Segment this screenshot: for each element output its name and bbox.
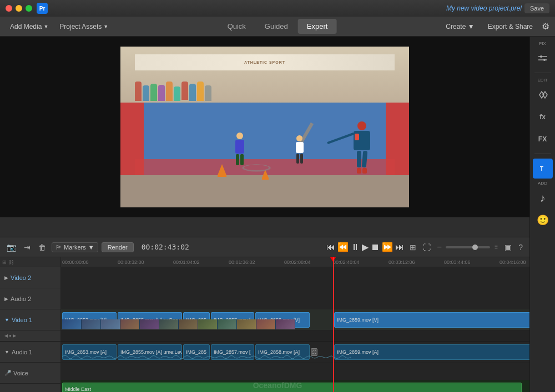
create-arrow-icon: ▼ <box>468 23 475 30</box>
playhead-audio1 <box>333 342 334 362</box>
markers-arrow-icon: ▼ <box>88 244 94 251</box>
video1-expand-icon[interactable]: ▼ <box>4 317 9 323</box>
track-video1-clips[interactable]: IMG_2853.mov [V] IMG_2855.mov [V] ty:Opa… <box>61 309 529 330</box>
zoom-slider[interactable] <box>446 246 490 248</box>
ruler-mark-8: 00:04:16:08 <box>500 259 526 265</box>
clip-music-1[interactable]: Middle East <box>62 383 522 392</box>
help-button[interactable]: ? <box>516 242 525 253</box>
adjustment-tool-button[interactable] <box>533 48 553 68</box>
add-label: ADD <box>538 181 547 186</box>
ruler-mark-4: 00:02:08:04 <box>284 259 311 265</box>
tab-guided[interactable]: Guided <box>256 19 297 34</box>
mode-tabs: Quick Guided Expert <box>219 19 337 34</box>
zoom-in-button[interactable]: ≡ <box>492 243 500 251</box>
zoom-thumb[interactable] <box>472 245 478 250</box>
stop-button[interactable]: ⏹ <box>371 242 380 252</box>
track-label-video1: ▼ Video 1 <box>0 309 60 330</box>
track-video1-sub[interactable] <box>61 330 529 342</box>
delete-tool[interactable]: 🗑 <box>36 242 48 253</box>
pause-button[interactable]: ⏸ <box>351 242 360 252</box>
effects-button[interactable] <box>533 85 553 105</box>
playhead-video1 <box>333 309 334 330</box>
ruler-mark-1: 00:00:32:00 <box>118 259 144 265</box>
motion-title-button[interactable]: T <box>533 159 553 179</box>
project-assets-button[interactable]: Project Assets ▼ <box>55 21 113 33</box>
fullscreen-button[interactable]: ⛶ <box>421 242 433 253</box>
menu-right: Create ▼ Export & Share ⚙ <box>441 21 549 33</box>
ruler-mark-7: 00:03:44:06 <box>444 259 471 265</box>
track-music[interactable]: Middle East <box>61 380 529 392</box>
tab-quick[interactable]: Quick <box>219 19 255 34</box>
audio1-waveform <box>62 353 529 362</box>
go-to-end-button[interactable]: ⏭ <box>395 242 404 252</box>
timeline: 📷 ⇥ 🗑 🏳 Markers ▼ Render 00:02:43:02 ⏮ ⏪… <box>0 237 529 392</box>
render-button[interactable]: Render <box>102 242 134 252</box>
track-label-audio2: ▶ Audio 2 <box>0 288 60 309</box>
maximize-button[interactable] <box>26 5 32 12</box>
video-frame: ATHLETIC SPORT <box>120 47 409 207</box>
audio2-expand-icon[interactable]: ▶ <box>4 296 8 302</box>
video-preview: ATHLETIC SPORT <box>0 37 529 217</box>
track-label-music: ♪ Music <box>0 384 60 392</box>
track-video2[interactable] <box>61 267 529 288</box>
video1-sub-btn3[interactable]: ▶ <box>13 333 16 338</box>
add-media-button[interactable]: Add Media ▼ <box>6 21 53 33</box>
title-bar: Pr My new video project.prel Save <box>0 0 555 17</box>
playhead-music <box>333 380 334 392</box>
audio1-expand-icon[interactable]: ▼ <box>4 349 9 355</box>
tracks-container: ⊞ ⛓ ▶ Video 2 ▶ Audio 2 ▼ Video 1 <box>0 257 529 392</box>
menu-bar: Add Media ▼ Project Assets ▼ Quick Guide… <box>0 17 555 37</box>
play-button[interactable]: ▶ <box>362 242 369 252</box>
markers-dropdown[interactable]: 🏳 Markers ▼ <box>52 242 98 252</box>
audio2-label: Audio 2 <box>11 296 31 302</box>
track-audio2[interactable] <box>61 288 529 309</box>
track-labels: ⊞ ⛓ ▶ Video 2 ▶ Audio 2 ▼ Video 1 <box>0 257 61 392</box>
zoom-out-button[interactable]: ─ <box>435 243 443 251</box>
create-button[interactable]: Create ▼ <box>441 21 478 33</box>
export-share-button[interactable]: Export & Share <box>483 21 537 33</box>
step-forward-button[interactable]: ⏩ <box>382 242 393 252</box>
voice-label: Voice <box>13 370 28 376</box>
emoji-button[interactable]: 🙂 <box>533 210 553 230</box>
settings-icon[interactable]: ⚙ <box>542 21 549 32</box>
step-back-button[interactable]: ⏪ <box>337 242 349 252</box>
svg-text:T: T <box>540 166 543 172</box>
playhead-audio2 <box>333 288 334 309</box>
video1-sub-btn1[interactable]: ◀ <box>4 333 8 338</box>
playhead-video2 <box>333 267 334 288</box>
playhead-voice <box>333 363 334 380</box>
track-voice[interactable] <box>61 363 529 380</box>
project-name: My new video project.prel <box>446 4 522 12</box>
panel-divider-1 <box>534 73 551 73</box>
track-audio1-clips[interactable]: IMG_2853.mov [A] IMG_2855.mov [A] ume:Le… <box>61 342 529 363</box>
music-note-button[interactable]: ♪ <box>533 188 553 208</box>
add-media-arrow-icon: ▼ <box>43 24 48 29</box>
go-to-start-button[interactable]: ⏮ <box>326 242 335 252</box>
timeline-toolbar: 📷 ⇥ 🗑 🏳 Markers ▼ Render 00:02:43:02 ⏮ ⏪… <box>0 237 529 257</box>
fx-effects-button[interactable]: fx <box>533 107 553 127</box>
playhead-video1-sub <box>333 330 334 341</box>
timeline-view-button[interactable]: ⊞ <box>407 242 418 253</box>
applied-effects-button[interactable]: FX <box>533 129 553 149</box>
save-button[interactable]: Save <box>524 3 549 13</box>
track-settings-icon: ⊞ <box>2 259 7 265</box>
svg-point-2 <box>540 55 542 58</box>
edit-label: EDIT <box>537 78 547 83</box>
svg-point-3 <box>543 59 546 61</box>
video2-expand-icon[interactable]: ▶ <box>4 275 8 281</box>
panel-divider-2 <box>534 154 551 154</box>
minimize-button[interactable] <box>16 5 22 12</box>
tab-expert[interactable]: Expert <box>298 19 337 34</box>
ruler-playhead-marker <box>330 257 336 262</box>
track-label-video1-sub: ◀ ● ▶ <box>0 330 60 342</box>
markers-label: Markers <box>64 244 86 251</box>
video1-sub-btn2[interactable]: ● <box>9 333 12 338</box>
voice-icon: 🎤 <box>4 370 11 376</box>
close-button[interactable] <box>6 5 12 12</box>
ripple-edit-tool[interactable]: ⇥ <box>22 242 33 253</box>
snapshot-tool[interactable]: 📷 <box>4 242 18 253</box>
settings-panel-button[interactable]: ▣ <box>502 242 514 253</box>
tracks-content: 00:00:00:00 00:00:32:00 00:01:04:02 00:0… <box>61 257 529 392</box>
zoom-controls: ⊞ ⛶ ─ ≡ ▣ ? <box>407 242 525 253</box>
app-icon: Pr <box>37 3 48 14</box>
